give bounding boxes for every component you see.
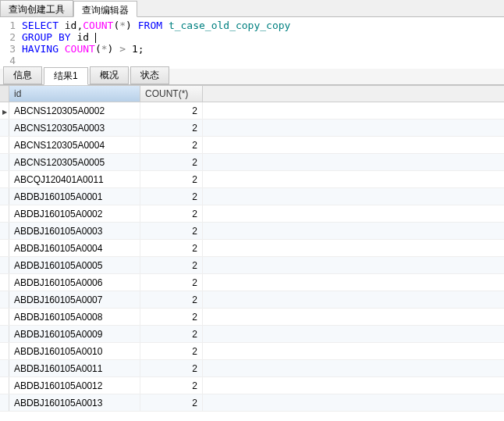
cell-count[interactable]: 2 (140, 360, 203, 376)
cell-id[interactable]: ABDBJ160105A0005 (9, 257, 140, 273)
row-indicator-header (0, 86, 9, 102)
table-row[interactable]: ABCNS120305A00022 (0, 102, 504, 120)
cell-count[interactable]: 2 (140, 377, 203, 394)
table-row[interactable]: ABCNS120305A00042 (0, 137, 504, 154)
table-row[interactable]: ABDBJ160105A00022 (0, 205, 504, 223)
code-content[interactable]: SELECT id,COUNT(*) FROM t_case_old_copy_… (22, 20, 290, 31)
table-row[interactable]: ABDBJ160105A00112 (0, 360, 504, 377)
column-header-count[interactable]: COUNT(*) (140, 86, 203, 102)
row-indicator (0, 360, 9, 376)
cell-count[interactable]: 2 (140, 240, 203, 256)
row-indicator (0, 120, 9, 136)
cell-id[interactable]: ABDBJ160105A0013 (9, 394, 140, 411)
table-row[interactable]: ABDBJ160105A00082 (0, 309, 504, 326)
cell-id[interactable]: ABCNS120305A0002 (9, 102, 140, 119)
row-indicator (0, 240, 9, 256)
table-row[interactable]: ABDBJ160105A00032 (0, 223, 504, 240)
tab-query-builder[interactable]: 查询创建工具 (0, 0, 73, 16)
row-indicator (0, 326, 9, 342)
cell-count[interactable]: 2 (140, 137, 203, 153)
current-row-icon (2, 105, 7, 116)
table-row[interactable]: ABDBJ160105A00012 (0, 188, 504, 205)
cell-id[interactable]: ABDBJ160105A0007 (9, 291, 140, 308)
sql-editor[interactable]: 1SELECT id,COUNT(*) FROM t_case_old_copy… (0, 17, 504, 69)
cell-id[interactable]: ABCQJ120401A0011 (9, 171, 140, 187)
cell-count[interactable]: 2 (140, 120, 203, 136)
editor-line[interactable]: 3HAVING COUNT(*) > 1; (0, 43, 504, 55)
cell-count[interactable]: 2 (140, 205, 203, 222)
line-number: 3 (0, 43, 22, 55)
row-indicator (0, 205, 9, 222)
grid-header: id COUNT(*) (0, 86, 504, 102)
row-indicator (0, 102, 9, 119)
cell-count[interactable]: 2 (140, 188, 203, 205)
row-indicator (0, 223, 9, 239)
tab-status[interactable]: 状态 (130, 66, 169, 84)
cell-id[interactable]: ABDBJ160105A0006 (9, 274, 140, 291)
cell-count[interactable]: 2 (140, 394, 203, 411)
cell-id[interactable]: ABDBJ160105A0010 (9, 343, 140, 359)
tab-result1[interactable]: 结果1 (44, 67, 88, 85)
tab-profile[interactable]: 概况 (90, 66, 129, 84)
row-indicator (0, 309, 9, 325)
table-row[interactable]: ABDBJ160105A00132 (0, 394, 504, 412)
cell-count[interactable]: 2 (140, 309, 203, 325)
result-grid: id COUNT(*) ABCNS120305A00022ABCNS120305… (0, 85, 504, 412)
editor-line[interactable]: 4 (0, 55, 504, 66)
cell-count[interactable]: 2 (140, 326, 203, 342)
code-content[interactable]: HAVING COUNT(*) > 1; (22, 43, 144, 55)
table-row[interactable]: ABDBJ160105A00042 (0, 240, 504, 257)
main-tabs: 查询创建工具 查询编辑器 (0, 0, 504, 17)
row-indicator (0, 274, 9, 291)
tab-query-editor[interactable]: 查询编辑器 (73, 1, 137, 17)
row-indicator (0, 154, 9, 170)
column-header-id[interactable]: id (9, 86, 140, 102)
row-indicator (0, 188, 9, 205)
cell-count[interactable]: 2 (140, 154, 203, 170)
row-indicator (0, 377, 9, 394)
cell-count[interactable]: 2 (140, 171, 203, 187)
code-content[interactable]: GROUP BY id (22, 31, 96, 43)
row-indicator (0, 257, 9, 273)
table-row[interactable]: ABDBJ160105A00052 (0, 257, 504, 274)
table-row[interactable]: ABDBJ160105A00092 (0, 326, 504, 343)
cell-id[interactable]: ABDBJ160105A0003 (9, 223, 140, 239)
table-row[interactable]: ABDBJ160105A00122 (0, 377, 504, 394)
result-tabs: 信息 结果1 概况 状态 (0, 69, 504, 85)
editor-line[interactable]: 1SELECT id,COUNT(*) FROM t_case_old_copy… (0, 20, 504, 31)
cell-id[interactable]: ABDBJ160105A0012 (9, 377, 140, 394)
cell-count[interactable]: 2 (140, 274, 203, 291)
table-row[interactable]: ABDBJ160105A00072 (0, 291, 504, 309)
table-row[interactable]: ABDBJ160105A00102 (0, 343, 504, 360)
line-number: 4 (0, 55, 22, 66)
row-indicator (0, 171, 9, 187)
cell-id[interactable]: ABCNS120305A0003 (9, 120, 140, 136)
tab-info[interactable]: 信息 (3, 66, 42, 84)
line-number: 1 (0, 20, 22, 31)
cell-id[interactable]: ABDBJ160105A0009 (9, 326, 140, 342)
row-indicator (0, 394, 9, 411)
table-row[interactable]: ABDBJ160105A00062 (0, 274, 504, 291)
row-indicator (0, 137, 9, 153)
editor-line[interactable]: 2GROUP BY id (0, 31, 504, 43)
line-number: 2 (0, 31, 22, 43)
cell-id[interactable]: ABDBJ160105A0002 (9, 205, 140, 222)
cell-id[interactable]: ABDBJ160105A0001 (9, 188, 140, 205)
cell-count[interactable]: 2 (140, 257, 203, 273)
cell-id[interactable]: ABDBJ160105A0008 (9, 309, 140, 325)
cell-count[interactable]: 2 (140, 223, 203, 239)
cell-count[interactable]: 2 (140, 343, 203, 359)
cell-id[interactable]: ABDBJ160105A0011 (9, 360, 140, 376)
table-row[interactable]: ABCNS120305A00052 (0, 154, 504, 171)
row-indicator (0, 291, 9, 308)
cell-count[interactable]: 2 (140, 102, 203, 119)
text-cursor (95, 33, 96, 43)
table-row[interactable]: ABCNS120305A00032 (0, 120, 504, 137)
cell-id[interactable]: ABCNS120305A0005 (9, 154, 140, 170)
cell-id[interactable]: ABCNS120305A0004 (9, 137, 140, 153)
cell-count[interactable]: 2 (140, 291, 203, 308)
row-indicator (0, 343, 9, 359)
cell-id[interactable]: ABDBJ160105A0004 (9, 240, 140, 256)
table-row[interactable]: ABCQJ120401A00112 (0, 171, 504, 188)
grid-body[interactable]: ABCNS120305A00022ABCNS120305A00032ABCNS1… (0, 102, 504, 412)
